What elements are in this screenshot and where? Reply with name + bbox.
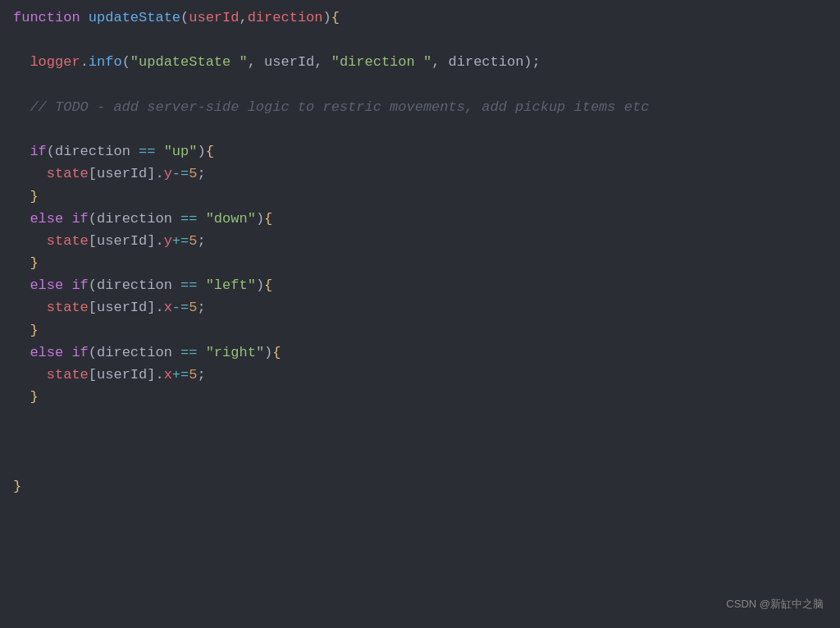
code-line-12: else if(direction == "right"){ (13, 342, 827, 364)
watermark-label: CSDN @新缸中之脑 (726, 596, 824, 613)
code-line-9: else if(direction == "left"){ (13, 274, 827, 296)
code-line-15: } (13, 475, 827, 497)
code-line-14: } (13, 386, 827, 408)
code-line-blank-3 (13, 118, 827, 140)
code-line-5: } (13, 186, 827, 208)
code-line-blank-1 (13, 29, 827, 51)
code-line-3: if(direction == "up"){ (13, 140, 827, 163)
code-line-8: } (13, 252, 827, 274)
code-line-blank-2 (13, 74, 827, 96)
code-line-1: function updateState(userId,direction){ (13, 7, 827, 29)
code-line-blank-6 (13, 453, 827, 475)
code-line-2: logger.info("updateState ", userId, "dir… (13, 51, 827, 73)
code-line-blank-4 (13, 408, 827, 430)
code-line-4: state[userId].y-=5; (13, 163, 827, 185)
code-line-6: else if(direction == "down"){ (13, 208, 827, 230)
code-line-blank-5 (13, 431, 827, 453)
code-line-7: state[userId].y+=5; (13, 230, 827, 252)
code-line-10: state[userId].x-=5; (13, 296, 827, 319)
code-editor: function updateState(userId,direction){ … (0, 0, 840, 628)
code-line-11: } (13, 319, 827, 342)
code-line-13: state[userId].x+=5; (13, 364, 827, 386)
code-line-comment: // TODO - add server-side logic to restr… (13, 96, 827, 118)
